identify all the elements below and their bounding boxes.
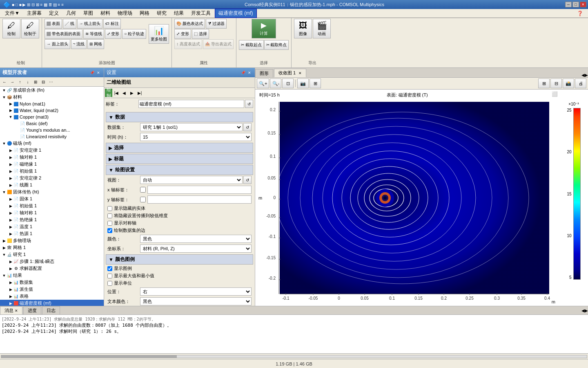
maximize-btn[interactable]: □ [572,2,579,7]
tree-item[interactable]: ▼🔵磁场 (mf) [0,140,104,147]
line-arrow-btn[interactable]: → 线上箭头 [77,19,103,29]
tree-item[interactable]: ▼🔬研究 1 [0,251,104,258]
tree-item[interactable]: ▶📈步骤 1: 频域-瞬态 [0,258,104,265]
tab-progress[interactable]: 进度 [23,306,41,314]
nav-forward-btn[interactable]: → [9,78,16,85]
color-select[interactable]: 黑色 [140,235,252,243]
draw-button[interactable]: 🖊 绘制 [2,19,20,38]
settings-draw-btn[interactable]: 绘制 [105,89,112,97]
menu-file[interactable]: 文件▼ [2,9,23,18]
menu-materials[interactable]: 材料 [97,9,114,18]
tree-item[interactable]: 📄Basic (def) [0,120,104,127]
camera-btn[interactable]: 📸 [563,79,574,88]
minimize-btn[interactable]: ─ [565,2,572,7]
panel-pin-btn[interactable]: 📌 [89,70,95,76]
contour-btn[interactable]: ≋ 等值线 [83,29,104,39]
menu-sketch[interactable]: 草图 [80,9,96,18]
snapshot-btn[interactable]: 📷 [297,79,309,88]
tree-item[interactable]: ▶📄固体 1 [0,195,104,202]
show-legend-cb[interactable] [107,266,112,271]
xaxis-checkbox[interactable] [140,187,146,193]
tab-scroll-right[interactable]: ▶ [585,73,588,77]
close-btn[interactable]: ✕ [580,2,586,7]
menu-results[interactable]: 结果 [171,9,187,18]
tree-item[interactable]: ▶📄初始值 1 [0,202,104,209]
menu-geometry[interactable]: 几何 [63,9,79,18]
expand-graph-btn[interactable]: ⬜ [552,91,558,97]
dataset-btn[interactable]: ↺ [243,123,252,131]
menu-home[interactable]: 主屏幕 [24,9,45,18]
export-expr-btn[interactable]: 📤 导出表达式 [203,39,234,49]
tree-item[interactable]: ▶📊派生值 [0,286,104,293]
print-btn[interactable]: 🖨 [575,79,586,88]
tree-item[interactable]: ▶📄热源 1 [0,230,104,237]
bottom-scroll-left[interactable]: ◀ [581,306,585,314]
settings-close-btn[interactable]: ✕ [247,70,252,76]
settings-nav-first[interactable]: |◀ [113,89,120,96]
tab-close-icon[interactable]: ✕ [298,71,302,75]
tree-item[interactable]: ▼🔗形成联合体 (fin) [0,87,104,94]
tree-item[interactable]: ▶📄初始值 1 [0,168,104,175]
surface-btn[interactable]: ▦ 表面 [45,19,62,29]
cut-end-btn[interactable]: ✂ 截取终点 [264,40,289,50]
menu-mesh[interactable]: 网格 [136,9,153,18]
more-btn[interactable]: ⋯ [47,78,55,85]
tree-item[interactable]: ▶🟥磁通密度模 (mf) [0,300,104,306]
tree-item[interactable]: ▶📄温度 1 [0,223,104,230]
more-plots-btn[interactable]: 📊 更多绘图 [149,24,169,44]
data-section-header[interactable]: ▼ 数据 [106,112,253,122]
title-section-header[interactable]: ▶ 标题 [106,154,253,164]
tag-input[interactable] [138,100,244,108]
tag-reset-btn[interactable]: ↺ [245,100,253,108]
line-btn[interactable]: ╱ 线 [63,19,76,29]
show-minmax-cb[interactable] [107,274,112,278]
tree-item[interactable]: ▶📄安培定律 1 [0,147,104,154]
tab-scroll-left[interactable]: ◀ [581,73,585,77]
tab-messages-close[interactable]: ✕ [15,309,18,313]
label-btn[interactable]: 🏷 标注 [103,19,121,29]
tree-item[interactable]: ▶📊数据集 [0,279,104,286]
surface-arrow-btn[interactable]: → 面上箭头 [45,39,70,49]
propagate-hidden-cb[interactable] [107,213,112,218]
colorlegend-section-header[interactable]: ▼ 颜色图例 [106,254,253,265]
collapse-btn[interactable]: ⊟ [40,78,47,85]
show-hidden-cb[interactable] [107,206,112,211]
menu-physics[interactable]: 物理场 [114,9,136,18]
axes-btn[interactable]: ⊞ [310,79,321,88]
tree-item[interactable]: ▶📄轴对称 1 [0,154,104,161]
tree-item[interactable]: ▶🟦Nylon (mat1) [0,101,104,107]
tree-item[interactable]: ▶📊表格 [0,293,104,300]
nav-down-btn[interactable]: ↓ [24,78,31,85]
yaxis-input[interactable] [147,195,252,204]
draw-on-button[interactable]: 🖊 绘制于 [21,19,39,38]
height-expr-btn[interactable]: ↕ 高度表达式 [174,39,202,49]
nav-up-btn[interactable]: ↑ [16,78,24,85]
select-section-header[interactable]: ▶ 选择 [106,143,253,153]
tree-item[interactable]: ▼🟦Copper (mat3) [0,114,104,120]
view-btn[interactable]: ↺ [243,176,252,184]
view-select[interactable]: 自动 [140,176,243,184]
tab-graph[interactable]: 图形 [255,69,273,77]
xaxis-input[interactable] [147,186,252,194]
tree-item[interactable]: ▶📄热绝缘 1 [0,216,104,223]
settings-pin-btn[interactable]: 📌 [240,70,246,76]
show-symmetry-cb[interactable] [107,221,112,226]
tab-log[interactable]: 日志 [42,306,60,314]
tree-item[interactable]: ▼🟧固体传热 (ht) [0,188,104,195]
yaxis-checkbox[interactable] [140,197,146,202]
color-surface-btn[interactable]: ▦ 带色表面的表面 [45,29,82,39]
mesh-btn[interactable]: ⊞ 网格 [87,39,104,49]
streamline-btn[interactable]: ~ 流线 [71,39,87,49]
cut-start-btn[interactable]: ✂ 截取起点 [239,40,264,50]
menu-help[interactable]: ❓ [574,10,586,17]
tab-convergence[interactable]: 收敛图 1 ✕ [274,69,306,77]
bottom-scrollbar[interactable] [0,353,588,359]
menu-study[interactable]: 研究 [154,9,170,18]
fontcolor-select[interactable]: 黑色 [140,297,252,305]
settings-nav-next[interactable]: ▶ [128,89,136,96]
tree-item[interactable]: 📄Linearized resistivity [0,133,104,140]
color-expr-btn[interactable]: 🎨 颜色表达式 [174,19,205,29]
nav-back-btn[interactable]: ← [1,78,8,85]
dataset-select[interactable]: 研究 1/解 1 (sol1) [140,123,243,131]
animation-btn[interactable]: 🎬 动画 [313,19,331,38]
